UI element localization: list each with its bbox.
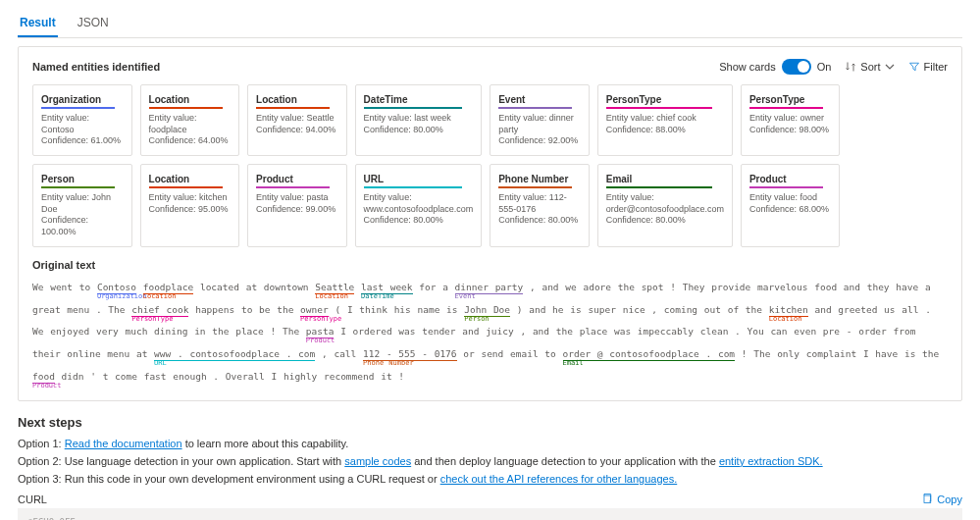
entity-type-label: Location bbox=[143, 293, 177, 300]
card-entity-value: Entity value: pasta bbox=[256, 192, 338, 204]
option-1: Option 1: Read the documentation to lear… bbox=[18, 438, 962, 449]
card-confidence: Confidence: 80.00% bbox=[364, 125, 474, 136]
entity-type-label: Person bbox=[464, 316, 489, 323]
entity-type-label: Location bbox=[315, 293, 348, 300]
card-entity-value: Entity value: dinner party bbox=[498, 113, 581, 135]
filter-button[interactable]: Filter bbox=[908, 61, 948, 73]
entity-card[interactable]: URLEntity value: www.contosofoodplace.co… bbox=[355, 164, 483, 247]
card-type: Organization bbox=[41, 94, 115, 109]
card-entity-value: Entity value: Seattle bbox=[256, 113, 338, 125]
original-text: We went to ContosoOrganization foodplace… bbox=[32, 277, 948, 389]
sort-button[interactable]: Sort bbox=[845, 61, 894, 73]
annotated-entity[interactable]: 112 - 555 - 0176Phone Number bbox=[363, 348, 457, 361]
card-type: Email bbox=[606, 174, 712, 188]
curl-label: CURL bbox=[18, 494, 47, 505]
tabs: Result JSON bbox=[18, 10, 962, 38]
panel-controls: Show cards On Sort bbox=[719, 59, 948, 75]
read-docs-link[interactable]: Read the documentation bbox=[65, 438, 182, 449]
card-confidence: Confidence: 98.00% bbox=[749, 125, 832, 136]
entity-card[interactable]: EmailEntity value: order@contosofoodplac… bbox=[597, 164, 733, 247]
card-type: URL bbox=[364, 174, 462, 188]
entity-type-label: URL bbox=[154, 360, 167, 367]
entity-type-label: PersonType bbox=[300, 316, 341, 323]
card-type: Event bbox=[498, 94, 572, 109]
card-type: Product bbox=[256, 174, 330, 188]
card-confidence: Confidence: 99.00% bbox=[256, 204, 338, 216]
sample-codes-link[interactable]: sample codes bbox=[344, 455, 411, 467]
annotated-entity[interactable]: www . contosofoodplace . comURL bbox=[154, 348, 315, 361]
chevron-down-icon bbox=[885, 62, 895, 72]
annotated-entity[interactable]: pastaProduct bbox=[306, 326, 335, 338]
card-confidence: Confidence: 94.00% bbox=[256, 125, 338, 136]
card-entity-value: Entity value: John Doe bbox=[41, 192, 124, 215]
entity-card[interactable]: OrganizationEntity value: ContosoConfide… bbox=[32, 84, 132, 156]
entity-card[interactable]: PersonEntity value: John DoeConfidence: … bbox=[32, 164, 132, 247]
original-text-title: Original text bbox=[32, 259, 948, 271]
entity-type-label: PersonType bbox=[131, 316, 173, 323]
api-ref-link[interactable]: check out the API references for other l… bbox=[440, 473, 678, 485]
annotated-entity[interactable]: foodProduct bbox=[32, 371, 55, 384]
entity-type-label: Event bbox=[455, 293, 476, 300]
entity-type-label: Product bbox=[32, 383, 62, 390]
curl-code-block: @ECHO OFF curl -v -X POST "https://langu… bbox=[18, 508, 962, 520]
card-entity-value: Entity value: foodplace bbox=[149, 113, 232, 135]
entity-type-label: Location bbox=[769, 316, 802, 323]
entity-card[interactable]: EventEntity value: dinner partyConfidenc… bbox=[490, 84, 590, 156]
annotated-entity[interactable]: chief cookPersonType bbox=[131, 304, 188, 317]
card-confidence: Confidence: 80.00% bbox=[364, 215, 474, 227]
entity-card[interactable]: ProductEntity value: pastaConfidence: 99… bbox=[247, 164, 347, 247]
results-panel: Named entities identified Show cards On … bbox=[18, 46, 962, 401]
entity-card[interactable]: PersonTypeEntity value: chief cookConfid… bbox=[597, 84, 733, 156]
copy-button[interactable]: Copy bbox=[921, 493, 962, 506]
toggle-state-label: On bbox=[817, 61, 832, 73]
entity-card[interactable]: Phone NumberEntity value: 112-555-0176Co… bbox=[490, 164, 590, 247]
entity-type-label: Organization bbox=[97, 293, 147, 300]
annotated-entity[interactable]: ownerPersonType bbox=[300, 304, 329, 317]
annotated-entity[interactable]: ContosoOrganization bbox=[97, 282, 136, 294]
card-entity-value: Entity value: owner bbox=[749, 113, 832, 125]
entity-card[interactable]: LocationEntity value: foodplaceConfidenc… bbox=[140, 84, 240, 156]
card-type: Location bbox=[149, 94, 223, 109]
card-type: PersonType bbox=[749, 94, 823, 109]
card-confidence: Confidence: 95.00% bbox=[149, 204, 232, 216]
card-type: Phone Number bbox=[498, 174, 572, 188]
tab-json[interactable]: JSON bbox=[76, 10, 111, 37]
entity-card[interactable]: PersonTypeEntity value: ownerConfidence:… bbox=[741, 84, 841, 156]
entity-type-label: DateTime bbox=[361, 293, 394, 300]
option-2: Option 2: Use language detection in your… bbox=[18, 455, 962, 467]
sdk-link[interactable]: entity extraction SDK. bbox=[719, 455, 823, 467]
option-3: Option 3: Run this code in your own deve… bbox=[18, 473, 962, 485]
annotated-entity[interactable]: foodplaceLocation bbox=[143, 282, 193, 294]
annotated-entity[interactable]: kitchenLocation bbox=[769, 304, 808, 317]
entity-card[interactable]: LocationEntity value: SeattleConfidence:… bbox=[247, 84, 347, 156]
card-confidence: Confidence: 92.00% bbox=[498, 135, 581, 147]
annotated-entity[interactable]: dinner partyEvent bbox=[455, 282, 524, 294]
card-type: Location bbox=[149, 174, 223, 188]
card-confidence: Confidence: 68.00% bbox=[749, 204, 832, 216]
annotated-entity[interactable]: last weekDateTime bbox=[361, 282, 412, 294]
card-entity-value: Entity value: Contoso bbox=[41, 113, 124, 135]
next-steps: Next steps Option 1: Read the documentat… bbox=[18, 415, 962, 520]
card-entity-value: Entity value: last week bbox=[364, 113, 474, 125]
echo-off-line: @ECHO OFF bbox=[27, 516, 953, 520]
entity-card[interactable]: ProductEntity value: foodConfidence: 68.… bbox=[741, 164, 841, 247]
show-cards-toggle[interactable] bbox=[782, 59, 811, 75]
panel-title: Named entities identified bbox=[32, 61, 160, 73]
sort-icon bbox=[845, 61, 856, 73]
entity-type-label: Email bbox=[563, 360, 584, 367]
show-cards-label: Show cards bbox=[719, 61, 775, 73]
card-confidence: Confidence: 88.00% bbox=[606, 125, 724, 136]
entity-card[interactable]: DateTimeEntity value: last weekConfidenc… bbox=[355, 84, 483, 156]
entity-card[interactable]: LocationEntity value: kitchenConfidence:… bbox=[140, 164, 240, 247]
card-type: DateTime bbox=[364, 94, 462, 109]
card-confidence: Confidence: 80.00% bbox=[606, 215, 724, 227]
next-steps-title: Next steps bbox=[18, 415, 962, 430]
card-entity-value: Entity value: order@contosofoodplace.com bbox=[606, 192, 724, 215]
annotated-entity[interactable]: order @ contosofoodplace . comEmail bbox=[563, 348, 736, 361]
filter-icon bbox=[908, 61, 920, 73]
tab-result[interactable]: Result bbox=[18, 10, 58, 37]
card-type: PersonType bbox=[606, 94, 712, 109]
annotated-entity[interactable]: John DoePerson bbox=[464, 304, 510, 317]
card-entity-value: Entity value: kitchen bbox=[149, 192, 232, 204]
annotated-entity[interactable]: SeattleLocation bbox=[315, 282, 354, 294]
